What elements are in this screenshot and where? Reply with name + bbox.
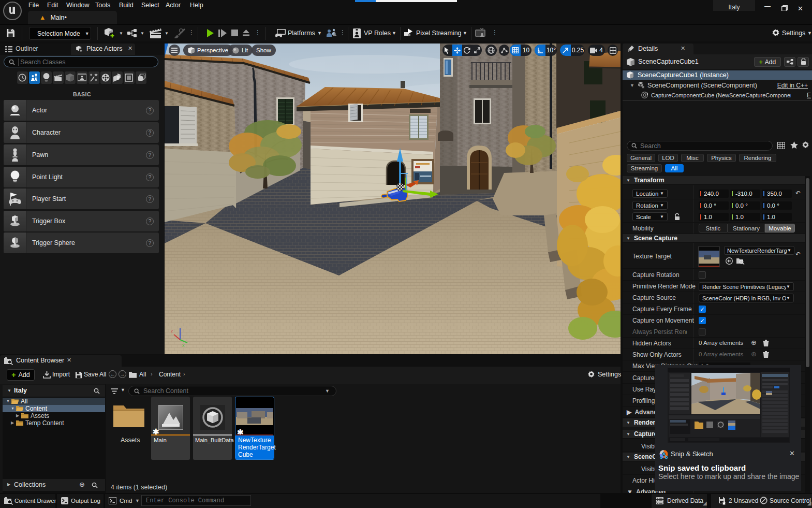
svg-text:z: z [171,328,173,333]
svg-text:x: x [182,343,185,348]
